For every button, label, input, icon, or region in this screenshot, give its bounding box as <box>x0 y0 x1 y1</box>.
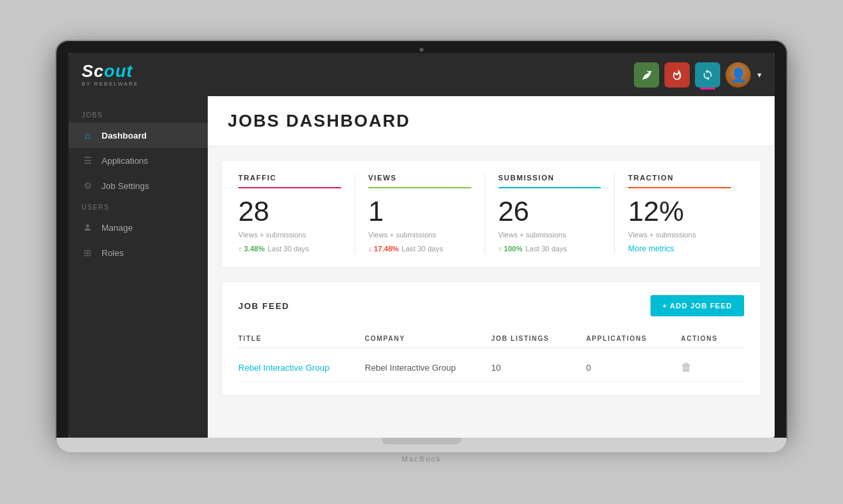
stat-traffic-value: 28 <box>238 198 341 225</box>
stat-traction-value: 12% <box>628 198 731 225</box>
page-header: JOBS DASHBOARD <box>208 96 775 147</box>
gear-icon: ⚙ <box>82 180 94 192</box>
stat-submission-label: SUBMISSION <box>498 174 601 182</box>
stats-card: TRAFFIC 28 Views + submissions ↑ 3.48% L… <box>221 160 761 268</box>
row-company: Rebel Interactive Group <box>365 363 492 373</box>
stat-submission-sublabel: Views + submissions <box>498 231 601 239</box>
trend-period-traffic-2: Last 30 days <box>268 245 309 253</box>
fire-icon <box>671 69 683 81</box>
job-feed-title: JOB FEED <box>238 301 289 311</box>
app-icon-green[interactable] <box>634 62 659 88</box>
page-title: JOBS DASHBOARD <box>228 111 755 131</box>
sidebar-users-label: USERS <box>68 198 208 215</box>
trend-value-submission: 100% <box>504 245 522 253</box>
logo-text: Scout <box>82 62 133 80</box>
sidebar-item-dashboard[interactable]: ⌂ Dashboard <box>68 123 208 148</box>
app-icon-teal[interactable] <box>695 62 720 88</box>
header-icons: 👤 ▾ <box>634 62 761 88</box>
sidebar-dashboard-label: Dashboard <box>102 131 147 141</box>
stat-traction-divider <box>628 187 731 188</box>
stat-traffic-label: TRAFFIC <box>238 174 341 182</box>
laptop-base <box>56 438 787 452</box>
grid-icon: ☰ <box>82 155 94 166</box>
col-header-company: COMPANY <box>365 335 492 342</box>
sidebar-roles-label: Roles <box>102 248 123 258</box>
stat-traction-sublabel: Views + submissions <box>628 231 731 239</box>
sidebar-applications-label: Applications <box>102 156 148 166</box>
trend-period-views: Last 30 days <box>402 245 443 253</box>
stat-submission: SUBMISSION 26 Views + submissions ↑ 100%… <box>485 174 615 254</box>
row-job-listings: 10 <box>491 363 586 373</box>
sidebar-item-manage[interactable]: Manage <box>68 215 208 240</box>
trend-arrow-submission: ↑ <box>498 245 504 253</box>
col-header-applications: APPLICATIONS <box>586 335 681 342</box>
header: Scout BY REBELWARE <box>68 53 775 96</box>
trend-period-submission: Last 30 days <box>526 245 567 253</box>
person-svg <box>83 223 92 232</box>
delete-button[interactable]: 🗑 <box>681 361 744 373</box>
home-icon: ⌂ <box>82 129 94 141</box>
col-header-title: TITLE <box>238 335 365 342</box>
row-title-link[interactable]: Rebel Interactive Group <box>238 363 329 373</box>
trend-arrow-traffic: ↑ <box>238 245 244 253</box>
app-icon-orange[interactable] <box>664 62 690 88</box>
row-applications: 0 <box>586 363 681 373</box>
roles-icon: ⊞ <box>82 247 94 259</box>
refresh-icon <box>702 69 714 81</box>
logo: Scout BY REBELWARE <box>82 62 139 87</box>
stat-traffic-sublabel: Views + submissions <box>238 231 341 239</box>
stat-views-trend: ↓ 17.48% Last 30 days <box>368 242 471 254</box>
stat-traffic-trend: ↑ 3.48% Last 30 days <box>238 242 341 254</box>
content-body: TRAFFIC 28 Views + submissions ↑ 3.48% L… <box>208 147 775 409</box>
stat-views-label: VIEWS <box>368 174 471 182</box>
stat-traffic: TRAFFIC 28 Views + submissions ↑ 3.48% L… <box>238 174 355 254</box>
stat-views-sublabel: Views + submissions <box>368 231 471 239</box>
more-metrics-link[interactable]: More metrics <box>628 244 674 253</box>
stat-traction-label: TRACTION <box>628 174 731 182</box>
trend-value-views: 17.48% <box>374 245 398 253</box>
sidebar-item-job-settings[interactable]: ⚙ Job Settings <box>68 173 208 198</box>
person-icon <box>82 221 94 233</box>
col-header-actions: ACTIONS <box>681 335 744 342</box>
sidebar-item-roles[interactable]: ⊞ Roles <box>68 240 208 265</box>
stat-views-divider <box>368 187 471 188</box>
col-header-job-listings: JOB LISTINGS <box>491 335 586 342</box>
stat-submission-trend: ↑ 100% Last 30 days <box>498 242 601 254</box>
job-feed-card: JOB FEED + ADD JOB FEED TITLE COMPANY JO… <box>221 281 761 396</box>
sidebar: JOBS ⌂ Dashboard ☰ Applications ⚙ Job Se… <box>68 96 208 438</box>
table-row: Rebel Interactive Group Rebel Interactiv… <box>238 353 744 382</box>
leaf-icon <box>641 69 652 81</box>
stat-traffic-divider <box>238 187 341 188</box>
avatar-image: 👤 <box>726 62 751 88</box>
table-header: TITLE COMPANY JOB LISTINGS APPLICATIONS … <box>238 330 744 348</box>
main-layout: JOBS ⌂ Dashboard ☰ Applications ⚙ Job Se… <box>68 96 775 438</box>
trend-value-traffic: 3.48% <box>244 245 265 253</box>
stat-views: VIEWS 1 Views + submissions ↓ 17.48% Las… <box>355 174 485 254</box>
sidebar-jobs-label: JOBS <box>68 106 208 123</box>
user-menu-chevron[interactable]: ▾ <box>757 70 761 80</box>
logo-sub: BY REBELWARE <box>82 81 139 87</box>
sidebar-item-applications[interactable]: ☰ Applications <box>68 148 208 173</box>
stat-traction: TRACTION 12% Views + submissions More me… <box>615 174 744 254</box>
macbook-label: MacBook <box>56 455 787 463</box>
job-feed-header: JOB FEED + ADD JOB FEED <box>238 295 744 316</box>
stat-submission-value: 26 <box>498 198 601 225</box>
row-title: Rebel Interactive Group <box>238 363 365 373</box>
user-avatar[interactable]: 👤 <box>726 62 751 88</box>
content-area: JOBS DASHBOARD TRAFFIC 28 Views + submis… <box>208 96 775 438</box>
stat-views-value: 1 <box>368 198 471 225</box>
sidebar-manage-label: Manage <box>102 223 133 233</box>
add-job-feed-button[interactable]: + ADD JOB FEED <box>651 295 744 316</box>
stat-submission-divider <box>498 187 601 188</box>
sidebar-job-settings-label: Job Settings <box>102 181 149 191</box>
